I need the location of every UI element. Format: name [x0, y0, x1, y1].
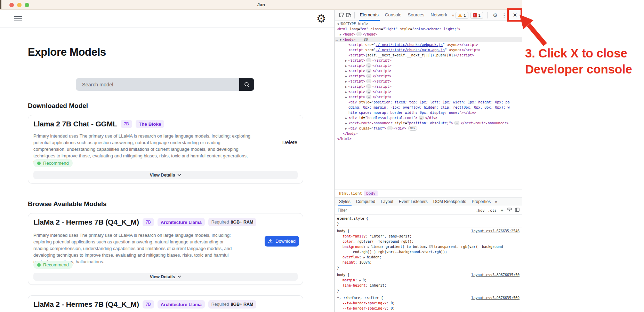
tab-properties[interactable]: Properties [469, 197, 494, 206]
dom-line[interactable]: ▶<script>…</script> [335, 79, 522, 84]
breadcrumb-body[interactable]: body [364, 190, 378, 196]
search-bar [76, 78, 254, 91]
app-header: ⚙ [0, 10, 335, 28]
hamburger-menu-icon[interactable] [14, 16, 22, 22]
rendering-icon[interactable] [507, 208, 512, 213]
errors-badge[interactable]: ! 1 [470, 12, 483, 19]
search-input[interactable] [82, 78, 232, 91]
style-property-line[interactable]: --tw-border-spacing-y: 0; [335, 306, 522, 311]
tab-layout[interactable]: Layout [378, 197, 396, 206]
devtools-kebab-menu-icon[interactable]: ⋮ [501, 12, 508, 19]
style-property-line[interactable]: end-rgb)) ) rgb(var(--background-start-r… [335, 249, 522, 255]
model-title: LlaMa 2 - Hermes 7B (Q4_K_M) [33, 300, 139, 309]
dom-line[interactable]: ▶<script>…</script> [335, 89, 522, 94]
inspect-element-icon[interactable] [338, 12, 345, 19]
search-icon [244, 81, 250, 88]
dom-line[interactable]: ▶<next-route-announcer style="position: … [335, 120, 522, 126]
style-property-line[interactable]: line-height: inherit; [335, 283, 522, 288]
model-size-badge: 7B [143, 300, 154, 309]
dom-line[interactable]: <script src="./_next/static/chunks/main-… [335, 47, 522, 53]
device-toolbar-icon[interactable] [345, 12, 352, 19]
dom-line[interactable]: ▶<div class="flex">…</div>flex [335, 126, 522, 131]
chevron-down-icon [177, 174, 181, 176]
devtools-panel: Elements Console Sources Network » 1 ! 1… [335, 10, 522, 312]
tab-dom-breakpoints[interactable]: DOM Breakpoints [430, 197, 469, 206]
jan-window: Jan ⚙ Explore Models Download [0, 0, 522, 312]
tab-event-listeners[interactable]: Event Listeners [396, 197, 430, 206]
tab-styles[interactable]: Styles [336, 197, 353, 206]
class-toggle[interactable]: .cls [488, 208, 497, 212]
tab-console[interactable]: Console [382, 10, 405, 21]
breadcrumb-html[interactable]: html.light [338, 190, 363, 196]
elements-dom-tree: <!DOCTYPE html><html lang="en" class="li… [335, 21, 522, 189]
dom-line[interactable]: ▶<script>…</script> [335, 58, 522, 63]
dom-line[interactable]: …▼<body> == $0 [335, 37, 522, 42]
style-rule-selector[interactable]: *, ::before, ::after {layout.css?…967663… [335, 295, 522, 301]
more-style-tabs-icon[interactable]: » [493, 199, 499, 204]
style-rule: *, ::before, ::after {layout.css?…967663… [335, 294, 522, 312]
chevron-down-icon [177, 275, 181, 278]
warnings-badge[interactable]: 1 [456, 12, 468, 19]
style-property-line[interactable]: font-family: "Inter", sans-serif; [335, 234, 522, 239]
annotation-text: 3. Click X to close Developer console [525, 45, 644, 77]
dom-line[interactable]: <script src="./_next/static/chunks/webpa… [335, 42, 522, 47]
styles-filter-input[interactable] [338, 208, 425, 213]
dom-line[interactable]: <!DOCTYPE html> [335, 21, 522, 26]
stylesheet-source-link[interactable]: layout.css?…9676635:569 [472, 295, 520, 301]
styles-sidebar-tabs: Styles Computed Layout Event Listeners D… [335, 197, 522, 206]
page-title: Explore Models [28, 46, 106, 58]
model-arch-badge: Architecture Llama [158, 300, 205, 309]
download-icon [268, 239, 273, 243]
model-title: LlaMa 2 - Hermes 7B (Q4_K_M) [33, 218, 139, 226]
toolbar-divider [354, 12, 355, 18]
dom-line[interactable]: ▶<script>…</script> [335, 73, 522, 79]
view-details-button[interactable]: View Details [33, 171, 298, 179]
style-property-line[interactable]: background: ▶ linear-gradient( to bottom… [335, 244, 522, 249]
model-arch-badge: Architecture Llama [158, 218, 205, 226]
style-property-line[interactable]: color: rgb(var(--foreground-rgb)); [335, 239, 522, 244]
downloaded-section-heading: Downloaded Model [28, 102, 88, 110]
styles-filter-bar: :hov .cls ＋ [335, 206, 522, 215]
recommend-badge: Recommend [33, 261, 73, 269]
dom-line[interactable]: <div style="position: fixed; top: 1px; l… [335, 100, 522, 105]
dom-line[interactable]: dding: 0px; margin: -1px; overflow: hidd… [335, 105, 522, 110]
dom-line[interactable]: ▶<script>…</script> [335, 63, 522, 68]
tab-sources[interactable]: Sources [405, 10, 428, 21]
style-property-line[interactable]: height: 100vh; [335, 260, 522, 265]
style-rule-selector[interactable]: body {layout.css?…89676635:50 [335, 272, 522, 278]
stylesheet-source-link[interactable]: layout.css?…676635:2546 [472, 228, 520, 234]
dom-line[interactable]: hite-space: nowrap; border-width: 0px; d… [335, 110, 522, 115]
download-button[interactable]: Download [265, 236, 299, 247]
devtools-settings-gear-icon[interactable]: ⚙ [492, 12, 499, 19]
dom-line[interactable]: </html> [335, 136, 522, 141]
dom-line[interactable]: <html lang="en" class="light" style="col… [335, 26, 522, 32]
dom-line[interactable]: ▶<script>…</script> [335, 94, 522, 100]
style-rule: element.style {} [335, 215, 522, 227]
tab-elements[interactable]: Elements [357, 10, 382, 21]
settings-gear-icon[interactable]: ⚙ [314, 11, 329, 26]
dom-line-gutter[interactable]: … [336, 37, 338, 42]
style-property-line[interactable]: --tw-border-spacing-x: 0; [335, 301, 522, 306]
dom-line[interactable]: ▶<head>…</head> [335, 32, 522, 37]
style-rule-selector[interactable]: element.style { [335, 216, 522, 221]
stylesheet-source-link[interactable]: layout.css?…89676635:50 [472, 272, 520, 278]
delete-button[interactable]: Delete [282, 139, 297, 145]
tab-network[interactable]: Network [427, 10, 450, 21]
sidebar-toggle-icon[interactable] [515, 208, 520, 213]
more-tabs-icon[interactable]: » [450, 13, 456, 18]
style-property-line[interactable]: margin: ▶ 0; [335, 278, 522, 283]
styles-pane: element.style {}body {layout.css?…676635… [335, 215, 522, 312]
recommend-dot-icon [37, 263, 41, 267]
search-button[interactable] [239, 78, 254, 91]
tab-computed[interactable]: Computed [353, 197, 378, 206]
new-style-rule-icon[interactable]: ＋ [500, 207, 504, 213]
dom-line[interactable]: </body> [335, 131, 522, 136]
dom-line[interactable]: ▶<script>…</script> [335, 68, 522, 73]
hover-state-toggle[interactable]: :hov [476, 208, 484, 212]
style-rule-selector[interactable]: body {layout.css?…676635:2546 [335, 228, 522, 234]
view-details-button[interactable]: View Details [33, 273, 298, 281]
dom-line[interactable]: ▶<script>…</script> [335, 84, 522, 89]
style-property-line[interactable]: overflow: ▶ hidden; [335, 255, 522, 260]
dom-line[interactable]: ▶<div id="headlessui-portal-root">…</div… [335, 115, 522, 120]
dom-line[interactable]: <script>(self.__next_f=self.__next_f||[]… [335, 53, 522, 58]
